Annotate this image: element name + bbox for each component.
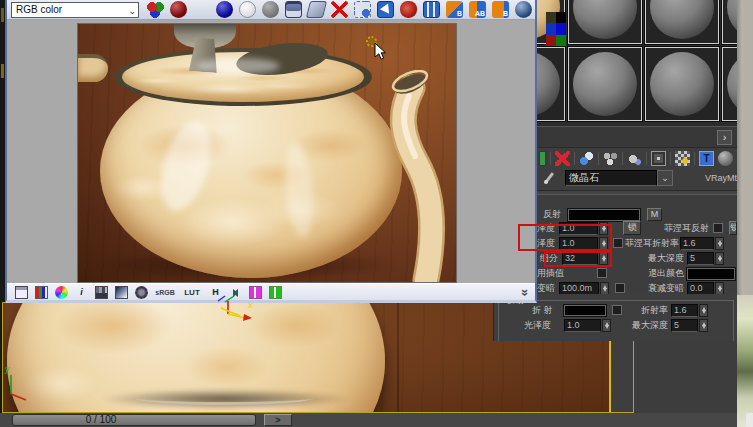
spinner[interactable]	[699, 304, 708, 317]
spinner[interactable]	[715, 252, 724, 265]
glossiness-map-checkbox[interactable]	[613, 238, 623, 248]
material-type-button[interactable]: VRayMt	[687, 170, 737, 186]
toolbar-separator	[670, 152, 671, 165]
b-buffer-icon[interactable]: B	[492, 1, 509, 18]
spinner[interactable]	[699, 319, 708, 332]
green-bars-icon[interactable]	[269, 286, 282, 299]
reflection-color-swatch[interactable]	[568, 209, 640, 221]
ab-horizontal-compare-icon[interactable]: AB	[469, 1, 486, 18]
spinner[interactable]	[602, 319, 611, 332]
material-sphere	[537, 52, 560, 116]
ab-diagonal-compare-icon[interactable]: B	[446, 1, 463, 18]
palette-more-button[interactable]: ›	[717, 130, 732, 145]
info-icon[interactable]: i	[75, 286, 88, 299]
material-slot[interactable]	[645, 47, 719, 121]
toolbar-separator	[574, 152, 575, 165]
render-last-icon[interactable]	[400, 1, 417, 18]
mono-channel-icon[interactable]	[262, 1, 279, 18]
green-channel-icon[interactable]	[193, 1, 210, 18]
sample-uv-checker-icon[interactable]	[675, 151, 690, 166]
red-channel-icon[interactable]	[170, 1, 187, 18]
exit-color-label: 退出颜色	[641, 267, 684, 280]
show-end-result-icon[interactable]	[718, 151, 733, 166]
material-slot[interactable]	[568, 0, 642, 44]
dim-distance-checkbox[interactable]	[615, 283, 625, 293]
material-sphere	[650, 0, 714, 39]
reflection-map-button[interactable]: M	[647, 208, 662, 221]
material-slot[interactable]	[537, 47, 565, 121]
refraction-map-checkbox[interactable]	[612, 305, 622, 315]
toolbar-separator	[694, 152, 695, 165]
exit-color-swatch[interactable]	[687, 268, 735, 280]
fresnel-reflection-label: 菲涅耳反射	[647, 222, 709, 235]
refraction-glossiness-field[interactable]: 1.0	[564, 319, 601, 332]
material-sphere	[573, 52, 637, 116]
background-window-sliver	[737, 295, 753, 427]
texture-thumbnail-icon	[546, 12, 566, 46]
world-axis-tripod: y	[4, 360, 34, 406]
icon-letter: B	[503, 10, 508, 18]
annotation-box-glossiness	[518, 224, 612, 251]
track-mouse-icon[interactable]	[377, 1, 394, 18]
channel-select-dropdown[interactable]: RGB color⌄	[11, 2, 139, 18]
material-name-field[interactable]: 微晶石	[565, 170, 657, 186]
mini-chip-icon[interactable]	[539, 151, 546, 166]
frame-region-icon[interactable]	[15, 286, 28, 299]
teapot-spout	[378, 70, 457, 283]
clone-buffer-icon[interactable]	[306, 1, 327, 18]
white-alpha-icon[interactable]	[239, 1, 256, 18]
refraction-max-depth-field[interactable]: 5	[671, 319, 698, 332]
region-render-icon[interactable]	[354, 1, 371, 18]
material-name-dropdown-arrow[interactable]: ⌄	[657, 170, 673, 186]
srgb-icon[interactable]: sRGB	[155, 286, 175, 299]
fresnel-ior-field[interactable]: 1.6	[680, 237, 714, 250]
material-id-icon[interactable]: T	[699, 151, 714, 166]
lut-icon[interactable]: LUT	[182, 286, 202, 299]
lock-glossiness-button[interactable]: 锁	[623, 221, 641, 235]
ior-field[interactable]: 1.6	[671, 304, 698, 317]
vray-globe-icon[interactable]	[515, 1, 532, 18]
compare-channels-icon[interactable]	[423, 1, 440, 18]
use-interpolation-checkbox[interactable]	[597, 268, 607, 278]
toolbar-separator	[598, 152, 599, 165]
material-slot[interactable]	[722, 0, 737, 44]
clear-image-icon[interactable]	[331, 1, 348, 18]
material-slot[interactable]	[645, 0, 719, 44]
rgb-channels-icon[interactable]	[147, 1, 164, 18]
color-wheel-icon[interactable]	[55, 286, 68, 299]
material-sphere	[573, 0, 637, 39]
refraction-max-depth-label: 最大深度	[628, 319, 668, 332]
reflection-label: 反射	[543, 208, 561, 221]
fresnel-lock-button[interactable]: 锁	[729, 221, 737, 235]
use-interpolation-label: 用插值	[537, 267, 564, 280]
toolbar-separator	[622, 152, 623, 165]
save-image-icon[interactable]	[285, 1, 302, 18]
histogram-icon[interactable]	[35, 286, 48, 299]
assign-to-selection-icon[interactable]	[579, 151, 594, 166]
rendered-image	[77, 23, 457, 283]
background-icon[interactable]	[651, 151, 666, 166]
refraction-color-swatch[interactable]	[564, 305, 606, 316]
pick-material-eyedropper-icon[interactable]	[542, 171, 556, 185]
spinner[interactable]	[715, 237, 724, 250]
fresnel-reflection-checkbox[interactable]	[713, 223, 723, 233]
material-slot[interactable]	[568, 47, 642, 121]
blue-channel-icon[interactable]	[216, 1, 233, 18]
time-slider-thumb[interactable]: 0 / 100	[12, 414, 256, 426]
move-gizmo[interactable]: x	[210, 293, 270, 327]
delete-material-icon[interactable]	[555, 151, 570, 166]
levels-icon[interactable]	[95, 286, 108, 299]
material-editor-toolbar: T	[537, 147, 737, 168]
vray-frame-buffer-window: RGB color⌄ B AB B	[5, 0, 537, 303]
ior-label: 折射率	[632, 304, 668, 317]
world-axis-y-label: y	[4, 364, 10, 374]
gear-icon[interactable]	[135, 286, 148, 299]
make-unique-icon[interactable]	[627, 151, 642, 166]
gradient-icon[interactable]	[115, 286, 128, 299]
fresnel-ior-label: 菲涅耳折射率	[625, 237, 678, 250]
show-in-viewport-icon[interactable]	[603, 151, 618, 166]
collapse-chevron-icon[interactable]: »	[518, 289, 533, 296]
next-frame-button[interactable]: >	[264, 414, 292, 426]
max-depth-field[interactable]: 5	[687, 252, 714, 265]
material-slot[interactable]	[722, 47, 737, 121]
